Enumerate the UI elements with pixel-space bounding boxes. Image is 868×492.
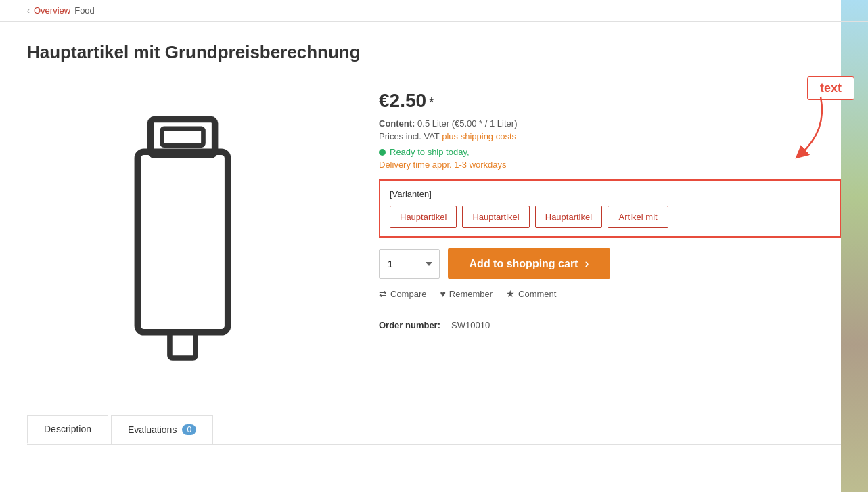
breadcrumb-bar: ‹ Overview Food	[0, 0, 868, 22]
tabs-row: Description Evaluations 0	[27, 415, 841, 444]
svg-rect-3	[170, 332, 196, 358]
star-icon: ★	[506, 288, 515, 299]
stock-status-text: Ready to ship today,	[390, 147, 470, 157]
variants-label: [Varianten]	[390, 189, 830, 199]
svg-rect-0	[137, 152, 227, 332]
delivery-time: Delivery time appr. 1-3 workdays	[379, 160, 841, 170]
variant-button-3[interactable]: Artikel mit	[608, 206, 668, 228]
tab-description[interactable]: Description	[27, 415, 108, 444]
annotation-arrow	[773, 90, 834, 164]
content-label: Content:	[379, 118, 415, 129]
product-image	[115, 100, 250, 371]
price-section: €2.50 *	[379, 90, 841, 112]
variants-buttons: Hauptartikel Hauptartikel Hauptartikel A…	[390, 206, 830, 228]
order-number-value: SW10010	[451, 320, 490, 330]
comment-label: Comment	[518, 289, 556, 299]
action-links: ⇄ Compare ♥ Remember ★ Comment	[379, 288, 841, 299]
quantity-select[interactable]: 1 2 3 4 5	[379, 249, 440, 279]
cart-arrow-icon: ›	[585, 256, 589, 271]
product-price: €2.50	[379, 90, 426, 111]
main-container: Hauptartikel mit Grundpreisberechnung te…	[0, 22, 868, 466]
tab-evaluations-label: Evaluations	[128, 424, 177, 435]
tab-description-label: Description	[44, 424, 91, 434]
heart-icon: ♥	[440, 288, 445, 299]
shipping-costs-link[interactable]: plus shipping costs	[442, 131, 516, 141]
svg-rect-2	[162, 129, 204, 146]
add-to-cart-button[interactable]: Add to shopping cart ›	[448, 248, 610, 279]
compare-link[interactable]: ⇄ Compare	[379, 288, 426, 299]
variants-section: [Varianten] Hauptartikel Hauptartikel Ha…	[379, 179, 841, 238]
vat-info: Prices incl. VAT plus shipping costs	[379, 131, 841, 141]
breadcrumb-arrow: ‹	[27, 6, 30, 16]
content-info: Content: 0.5 Liter (€5.00 * / 1 Liter)	[379, 118, 841, 129]
tabs-section: Description Evaluations 0	[27, 415, 841, 445]
variant-button-0[interactable]: Hauptartikel	[390, 206, 457, 228]
remember-label: Remember	[449, 289, 493, 299]
comment-link[interactable]: ★ Comment	[506, 288, 556, 299]
vat-text: Prices incl. VAT	[379, 131, 440, 141]
stock-status: Ready to ship today,	[379, 147, 841, 157]
product-area: text €2.50 * Content: 0.5 Lite	[27, 83, 841, 388]
tab-evaluations[interactable]: Evaluations 0	[111, 415, 213, 444]
add-to-cart-row: 1 2 3 4 5 Add to shopping cart ›	[379, 248, 841, 279]
order-number-label: Order number:	[379, 320, 440, 330]
variant-button-1[interactable]: Hauptartikel	[462, 206, 529, 228]
breadcrumb-current: Food	[74, 5, 95, 16]
compare-label: Compare	[390, 289, 426, 299]
content-value: 0.5 Liter (€5.00 * / 1 Liter)	[417, 118, 517, 129]
tab-evaluations-badge: 0	[182, 424, 196, 435]
add-to-cart-label: Add to shopping cart	[470, 258, 578, 270]
page-title: Hauptartikel mit Grundpreisberechnung	[27, 42, 841, 63]
product-image-container	[27, 83, 338, 388]
remember-link[interactable]: ♥ Remember	[440, 288, 493, 299]
price-asterisk: *	[429, 95, 434, 110]
compare-icon: ⇄	[379, 288, 387, 299]
order-number-row: Order number: SW10010	[379, 313, 841, 330]
variant-button-2[interactable]: Hauptartikel	[535, 206, 602, 228]
product-details: text €2.50 * Content: 0.5 Lite	[379, 83, 841, 330]
breadcrumb-overview-link[interactable]: Overview	[34, 5, 70, 16]
stock-dot	[379, 149, 386, 156]
svg-rect-4	[150, 153, 214, 156]
